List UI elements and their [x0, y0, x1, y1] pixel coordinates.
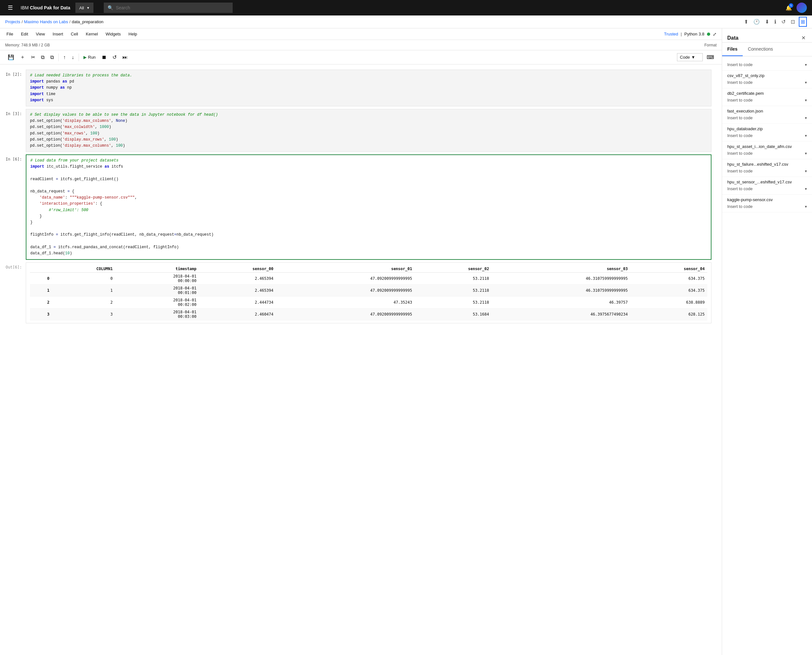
file-item-2: db2_certificate.pem Insert to code ▾ — [722, 88, 812, 106]
cell-content-2[interactable]: # Load needed libraries to process the d… — [26, 70, 711, 106]
top-navigation: ☰ IBM Cloud Pak for Data All ▼ 🔍 🔔 5 — [0, 0, 812, 15]
tab-files[interactable]: Files — [722, 43, 743, 56]
save-button[interactable]: 💾 — [5, 53, 17, 62]
cell-label-2: In [2]: — [0, 70, 26, 106]
cut-button[interactable]: ✂ — [28, 53, 38, 62]
file-insert-4[interactable]: Insert to code ▾ — [727, 132, 807, 138]
breadcrumb-lab[interactable]: Maximo Hands on Labs — [24, 19, 68, 24]
breadcrumb: Projects / Maximo Hands on Labs / data_p… — [0, 15, 812, 28]
right-panel-tabs: Files Connections — [722, 43, 812, 57]
table-row: 0 0 2018-04-0100:00:00 2.465394 47.09200… — [30, 273, 707, 284]
search-scope-dropdown[interactable]: All ▼ — [75, 3, 94, 13]
menu-file[interactable]: File — [5, 32, 14, 37]
file-name-6: hpu_st_failure...eshifted_v17.csv — [727, 162, 807, 167]
move-down-button[interactable]: ↓ — [69, 53, 77, 62]
search-input[interactable] — [116, 5, 229, 10]
file-item-1: csv_v87_st_only.zip Insert to code ▾ — [722, 71, 812, 88]
cell-code-2[interactable]: # Load needed libraries to process the d… — [26, 70, 711, 106]
split-button[interactable]: ⊡ — [789, 17, 796, 26]
breadcrumb-projects[interactable]: Projects — [5, 19, 20, 24]
cell-label-3: In [3]: — [0, 109, 26, 152]
breadcrumb-current: data_preparation — [72, 19, 103, 24]
cell-code-6[interactable]: # Load data from your project datasets i… — [26, 154, 711, 260]
menu-help[interactable]: Help — [127, 32, 138, 37]
cell-type-selector[interactable]: Code ▼ ⌨ — [677, 53, 717, 62]
table-row: 3 3 2018-04-0100:03:00 2.460474 47.09200… — [30, 309, 707, 320]
paste-button[interactable]: ⧉ — [48, 53, 57, 62]
notification-badge: 5 — [789, 3, 793, 8]
history-button[interactable]: ↺ — [780, 17, 787, 26]
version-button[interactable]: 🕐 — [752, 17, 761, 26]
cell-type-dropdown[interactable]: Code ▼ — [677, 53, 703, 61]
file-insert-5[interactable]: Insert to code ▾ — [727, 150, 807, 156]
file-name-4: hpu_dataloader.zip — [727, 126, 807, 131]
app-title: IBM Cloud Pak for Data — [21, 5, 70, 10]
chevron-down-icon: ▼ — [86, 6, 90, 10]
file-insert-3[interactable]: Insert to code ▾ — [727, 115, 807, 121]
file-insert-8[interactable]: Insert to code ▾ — [727, 203, 807, 209]
output-content: COLUMN1 timestamp sensor_00 sensor_01 se… — [26, 262, 711, 323]
chevron-down-icon: ▾ — [805, 151, 807, 156]
file-item-7: hpu_st_sensor_...eshifted_v17.csv Insert… — [722, 177, 812, 195]
menu-button[interactable]: ☰ — [5, 3, 15, 13]
col-header-sensor00: sensor_00 — [199, 265, 276, 273]
file-insert-6[interactable]: Insert to code ▾ — [727, 168, 807, 174]
menu-widgets[interactable]: Widgets — [104, 32, 122, 37]
col-header-column1: COLUMN1 — [52, 265, 115, 273]
menu-insert[interactable]: Insert — [51, 32, 64, 37]
file-insert-0[interactable]: Insert to code ▾ — [727, 62, 807, 68]
file-item-0: Insert to code ▾ — [722, 59, 812, 71]
separator-2 — [78, 54, 79, 61]
chevron-down-icon: ▾ — [805, 98, 807, 103]
nav-right-actions: 🔔 5 — [784, 3, 807, 13]
avatar[interactable] — [797, 3, 807, 13]
add-cell-button[interactable]: ＋ — [17, 52, 28, 62]
chevron-down-icon: ▾ — [805, 134, 807, 138]
interrupt-button[interactable]: ⏹ — [99, 53, 109, 62]
restart-button[interactable]: ↺ — [110, 53, 119, 62]
file-item-3: fast_execution.json Insert to code ▾ — [722, 106, 812, 124]
chevron-down-icon: ▾ — [805, 187, 807, 191]
info-button[interactable]: ℹ — [773, 17, 778, 26]
chevron-down-icon: ▾ — [805, 204, 807, 209]
menu-cell[interactable]: Cell — [70, 32, 79, 37]
move-up-button[interactable]: ↑ — [61, 53, 68, 62]
cell-code-3[interactable]: # Set display values to be able to see t… — [26, 109, 711, 152]
file-name-7: hpu_st_sensor_...eshifted_v17.csv — [727, 180, 807, 185]
output-data-table: COLUMN1 timestamp sensor_00 sensor_01 se… — [30, 265, 707, 320]
python-version: Python 3.8 — [685, 32, 710, 37]
menu-view[interactable]: View — [34, 32, 46, 37]
file-name-3: fast_execution.json — [727, 109, 807, 114]
file-name-8: kaggle-pump-sensor.csv — [727, 197, 807, 202]
expand-button[interactable]: ⤢ — [713, 32, 717, 37]
copy-button[interactable]: ⧉ — [38, 53, 47, 62]
global-search-bar[interactable]: 🔍 — [104, 3, 233, 13]
tab-connections[interactable]: Connections — [743, 43, 778, 56]
output-table-container: COLUMN1 timestamp sensor_00 sensor_01 se… — [26, 262, 711, 323]
chevron-down-icon: ▾ — [805, 80, 807, 85]
file-insert-7[interactable]: Insert to code ▾ — [727, 186, 807, 192]
file-insert-1[interactable]: Insert to code ▾ — [727, 79, 807, 85]
chevron-down-icon: ▾ — [805, 63, 807, 67]
format-label: Format — [705, 43, 717, 48]
cell-content-3[interactable]: # Set display values to be able to see t… — [26, 109, 711, 152]
notebook-panel: File Edit View Insert Cell Kernel Widget… — [0, 28, 722, 655]
grid-button[interactable]: ⊞ — [799, 17, 807, 27]
download-button[interactable]: ⬇ — [764, 17, 771, 26]
file-insert-2[interactable]: Insert to code ▾ — [727, 97, 807, 103]
right-panel-close-button[interactable]: ✕ — [800, 34, 807, 42]
menu-kernel[interactable]: Kernel — [84, 32, 99, 37]
notification-button[interactable]: 🔔 5 — [784, 3, 794, 13]
run-icon: ▶ — [83, 55, 87, 60]
right-panel-header: Data ✕ — [722, 28, 812, 43]
run-button[interactable]: ▶ Run — [81, 54, 98, 61]
right-panel-title: Data — [727, 35, 738, 41]
menu-edit[interactable]: Edit — [20, 32, 29, 37]
cell-content-6[interactable]: # Load data from your project datasets i… — [26, 154, 711, 260]
fast-forward-button[interactable]: ⏭ — [120, 53, 130, 62]
keyboard-button[interactable]: ⌨ — [704, 53, 717, 62]
main-container: File Edit View Insert Cell Kernel Widget… — [0, 28, 812, 655]
notebook-toolbar: 💾 ＋ ✂ ⧉ ⧉ ↑ ↓ ▶ Run ⏹ ↺ ⏭ Code ▼ ⌨ — [0, 50, 722, 65]
share-button[interactable]: ⬆ — [743, 17, 749, 26]
chevron-down-icon: ▼ — [691, 55, 695, 60]
